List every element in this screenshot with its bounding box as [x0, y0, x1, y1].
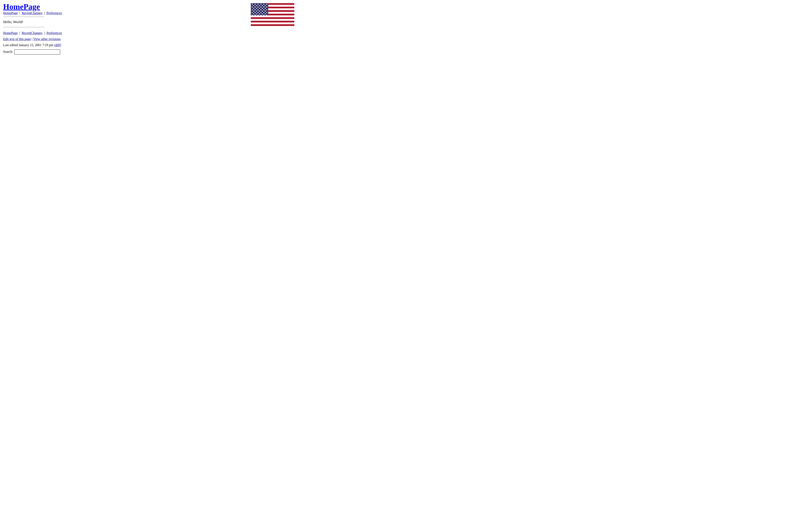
bottom-nav-line2: Edit text of this page | View other revi…: [3, 36, 62, 42]
svg-point-24: [262, 5, 263, 6]
svg-point-30: [264, 7, 264, 7]
header-section: HomePage HomePage | RecentChanges | Pref…: [3, 2, 294, 55]
svg-point-59: [252, 15, 253, 16]
svg-rect-12: [251, 22, 294, 24]
svg-point-33: [256, 8, 257, 9]
svg-point-31: [266, 7, 267, 7]
svg-point-64: [266, 15, 267, 16]
svg-point-19: [264, 4, 264, 4]
svg-point-16: [255, 4, 255, 4]
page-content-text: Hello, World!: [3, 20, 23, 24]
search-input[interactable]: [14, 50, 60, 55]
diff-link[interactable]: (diff): [54, 43, 61, 47]
svg-point-36: [265, 8, 266, 9]
svg-point-40: [260, 10, 261, 10]
svg-point-60: [255, 15, 255, 16]
svg-point-41: [264, 10, 264, 10]
svg-point-50: [258, 12, 258, 13]
top-nav: HomePage | RecentChanges | Preferences: [3, 11, 62, 15]
svg-point-20: [266, 4, 267, 4]
content-section: Hello, World!: [3, 20, 62, 24]
svg-point-61: [258, 15, 258, 16]
bottom-nav: HomePage | RecentChanges | Preferences E…: [3, 30, 62, 55]
last-edited-text: Last edited January 15, 2001 7:29 pm: [3, 43, 53, 47]
svg-point-58: [265, 14, 266, 14]
svg-point-29: [260, 7, 261, 7]
svg-point-62: [260, 15, 261, 16]
page-wrapper: HomePage HomePage | RecentChanges | Pref…: [3, 2, 294, 55]
last-edited-line: Last edited January 15, 2001 7:29 pm (di…: [3, 42, 62, 48]
top-nav-recentchanges[interactable]: RecentChanges: [22, 11, 42, 15]
svg-point-48: [252, 12, 253, 13]
bottom-nav-line1: HomePage | RecentChanges | Preferences: [3, 30, 62, 36]
svg-point-35: [262, 8, 263, 9]
svg-point-18: [260, 4, 261, 4]
svg-point-27: [255, 7, 255, 7]
bottom-nav-preferences[interactable]: Preferences: [47, 31, 62, 35]
svg-point-42: [266, 10, 267, 10]
svg-point-32: [253, 8, 254, 9]
svg-point-54: [253, 14, 254, 14]
top-nav-separator-2: |: [44, 11, 45, 15]
top-nav-separator-1: |: [19, 11, 20, 15]
us-flag-svg: [251, 3, 294, 26]
svg-point-28: [258, 7, 258, 7]
svg-point-52: [264, 12, 264, 13]
svg-point-23: [259, 5, 260, 6]
top-nav-homepage[interactable]: HomePage: [3, 11, 18, 15]
page-title-link[interactable]: HomePage: [3, 2, 40, 11]
svg-point-37: [252, 10, 253, 10]
bottom-nav-sep2: |: [44, 31, 45, 35]
svg-point-43: [253, 11, 254, 12]
svg-point-39: [258, 10, 258, 10]
svg-point-34: [259, 8, 260, 9]
svg-point-22: [256, 5, 257, 6]
edit-text-link[interactable]: Edit text of this page: [3, 37, 31, 41]
svg-point-38: [255, 10, 255, 10]
svg-point-15: [252, 4, 253, 4]
svg-point-53: [266, 12, 267, 13]
svg-rect-11: [251, 21, 294, 22]
svg-point-57: [262, 14, 263, 14]
svg-rect-10: [251, 19, 294, 21]
svg-point-26: [252, 7, 253, 7]
svg-rect-9: [251, 17, 294, 19]
us-flag: [251, 3, 294, 26]
header-left: HomePage HomePage | RecentChanges | Pref…: [3, 2, 62, 55]
top-nav-preferences[interactable]: Preferences: [47, 11, 62, 15]
bottom-nav-homepage[interactable]: HomePage: [3, 31, 18, 35]
top-divider: [3, 17, 44, 17]
svg-point-45: [259, 11, 260, 12]
svg-point-47: [265, 11, 266, 12]
svg-point-56: [259, 14, 260, 14]
bottom-nav-sep1: |: [19, 31, 20, 35]
svg-point-17: [258, 4, 258, 4]
svg-point-25: [265, 5, 266, 6]
search-line: Search:: [3, 49, 62, 55]
svg-point-44: [256, 11, 257, 12]
svg-point-49: [255, 12, 255, 13]
svg-point-51: [260, 12, 261, 13]
svg-point-55: [256, 14, 257, 14]
svg-point-46: [262, 11, 263, 12]
svg-rect-13: [251, 24, 294, 26]
bottom-nav-recentchanges[interactable]: RecentChanges: [22, 31, 42, 35]
svg-rect-8: [251, 15, 294, 17]
svg-point-21: [253, 5, 254, 6]
svg-point-63: [264, 15, 264, 16]
search-label: Search:: [3, 49, 13, 55]
view-revisions-link[interactable]: View other revisions: [33, 37, 60, 41]
